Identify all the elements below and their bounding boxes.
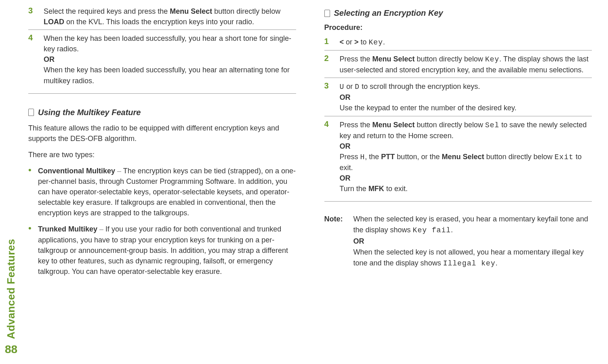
procedure-step: 4 When the key has been loaded successfu…	[28, 33, 296, 88]
ui-label: MFK	[368, 185, 384, 193]
key-symbol: D	[355, 83, 360, 91]
step-number: 2	[324, 54, 332, 75]
text: to exit.	[384, 185, 408, 193]
text: button directly below	[484, 153, 554, 161]
procedure-step: 4 Press the Menu Select button directly …	[324, 120, 592, 197]
bullet-item: • Trunked Multikey – If you use your rad…	[28, 224, 296, 276]
text: on the KVL. This loads the encryption ke…	[64, 18, 254, 26]
text: Select the required keys and press the	[44, 7, 170, 15]
text: button directly below	[212, 7, 280, 15]
text: or	[344, 38, 354, 46]
nav-symbol: <	[340, 38, 344, 46]
display-label: Key fail	[413, 226, 451, 234]
key-symbol: H	[360, 153, 365, 161]
text: to	[359, 38, 369, 46]
text: or	[344, 82, 355, 90]
note-label: Note:	[324, 214, 348, 269]
step-number: 4	[324, 120, 332, 194]
step-number: 3	[324, 81, 332, 113]
note-body: When the selected key is erased, you hea…	[353, 214, 592, 269]
procedure-step: 3 U or D to scroll through the encryptio…	[324, 81, 592, 116]
page-columns: 3 Select the required keys and press the…	[28, 6, 592, 358]
step-body: < or > to Key.	[340, 37, 592, 48]
step-body: When the key has been loaded successfull…	[44, 33, 296, 86]
text: When the key has been loaded successfull…	[44, 65, 296, 86]
text: Press the	[340, 55, 372, 63]
bullet-item: • Conventional Multikey – The encryption…	[28, 166, 296, 218]
or-separator: OR	[44, 54, 296, 65]
ui-label: PTT	[381, 153, 395, 161]
text: button directly below	[415, 121, 485, 129]
text: Use the keypad to enter the number of th…	[340, 103, 592, 113]
display-label: Sel	[485, 121, 499, 129]
step-number: 1	[324, 37, 332, 48]
step-number: 3	[28, 6, 36, 27]
text: When the key has been loaded successfull…	[44, 33, 296, 54]
sidebar-section-label: Advanced Features	[5, 239, 17, 339]
step-body: U or D to scroll through the encryption …	[340, 81, 592, 113]
text: .	[495, 259, 497, 267]
ui-label: Menu Select	[442, 153, 484, 161]
text: button directly below	[415, 55, 485, 63]
left-column: 3 Select the required keys and press the…	[28, 6, 296, 358]
step-body: Press the Menu Select button directly be…	[340, 120, 592, 194]
bullet-body: Trunked Multikey – If you use your radio…	[38, 224, 296, 276]
key-symbol: U	[340, 83, 345, 91]
text: to scroll through the encryption keys.	[360, 82, 480, 90]
section-heading: Using the Multikey Feature	[28, 108, 296, 117]
ui-label: Menu Select	[372, 121, 415, 129]
or-separator: OR	[340, 141, 592, 151]
procedure-step: 1 < or > to Key.	[324, 37, 592, 50]
bullet-lead: Conventional Multikey	[38, 167, 115, 175]
procedure-step: 2 Press the Menu Select button directly …	[324, 54, 592, 78]
step-body: Select the required keys and press the M…	[44, 6, 296, 27]
nav-symbol: >	[354, 38, 359, 46]
procedure-step: 3 Select the required keys and press the…	[28, 6, 296, 30]
text: , the	[365, 153, 381, 161]
section-heading: Selecting an Encryption Key	[324, 6, 592, 18]
paragraph: There are two types:	[28, 149, 296, 160]
page-number: 88	[5, 343, 17, 356]
page-icon	[324, 10, 330, 17]
ui-label: Menu Select	[372, 55, 415, 63]
text: Turn the	[340, 185, 368, 193]
dash: –	[115, 167, 123, 175]
note-block: Note: When the selected key is erased, y…	[324, 214, 592, 269]
heading-text: Selecting an Encryption Key	[334, 8, 443, 18]
text: button, or the	[395, 153, 442, 161]
display-label: Key	[369, 38, 383, 46]
divider	[28, 93, 296, 94]
display-label: Illegal key	[443, 259, 496, 267]
bullet-lead: Trunked Multikey	[38, 225, 97, 233]
bullet-body: Conventional Multikey – The encryption k…	[38, 166, 296, 218]
paragraph: This feature allows the radio to be equi…	[28, 123, 296, 144]
divider	[324, 201, 592, 202]
step-body: Press the Menu Select button directly be…	[340, 54, 592, 75]
page-icon	[28, 109, 34, 116]
procedure-label: Procedure:	[324, 23, 592, 32]
text: .	[383, 38, 385, 46]
or-separator: OR	[353, 236, 592, 247]
text: Press	[340, 153, 360, 161]
step-number: 4	[28, 33, 36, 86]
display-label: Exit	[555, 153, 574, 161]
text: When the selected key is erased, you hea…	[353, 215, 588, 234]
bullet-dot: •	[28, 166, 34, 218]
display-label: Key	[485, 55, 499, 63]
ui-label: Menu Select	[170, 7, 212, 15]
bullet-dot: •	[28, 224, 34, 276]
heading-text: Using the Multikey Feature	[38, 108, 141, 117]
text: Press the	[340, 121, 372, 129]
sidebar: Advanced Features 88	[0, 0, 22, 364]
text: .	[451, 226, 453, 234]
right-column: Selecting an Encryption Key Procedure: 1…	[324, 6, 592, 358]
ui-label: LOAD	[44, 18, 64, 26]
dash: –	[97, 225, 105, 233]
or-separator: OR	[340, 92, 592, 103]
or-separator: OR	[340, 173, 592, 183]
